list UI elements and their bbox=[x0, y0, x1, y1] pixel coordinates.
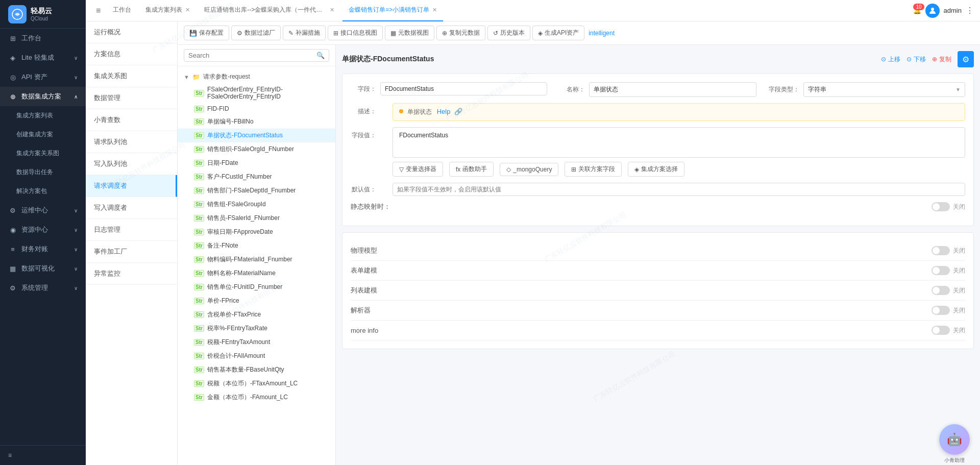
data-filter-button[interactable]: ⚙ 数据过滤厂 bbox=[231, 26, 281, 40]
default-input[interactable] bbox=[393, 183, 965, 196]
copy-button[interactable]: ⊕ 复制 bbox=[932, 55, 951, 64]
tree-item-fmaterial-name[interactable]: Str 物料名称-FMaterialName bbox=[178, 266, 335, 280]
function-helper-button[interactable]: fx 函数助手 bbox=[449, 162, 494, 177]
sidebar-bottom-menu[interactable]: ≡ bbox=[0, 445, 86, 465]
parser-switch[interactable] bbox=[932, 306, 950, 315]
tree-item-fbase-qty[interactable]: Str 销售基本数量-FBaseUnitQty bbox=[178, 363, 335, 377]
sidebar-item-lite[interactable]: ◈ Lite 轻集成 ∨ bbox=[0, 48, 86, 67]
field-value[interactable]: FDocumentStatus bbox=[380, 82, 547, 95]
tree-item-ftax-rate[interactable]: Str 税率%-FEntryTaxRate bbox=[178, 322, 335, 335]
sidebar-item-overview[interactable]: 运行概况 bbox=[86, 21, 177, 43]
copy-data-button[interactable]: ⊕ 复制元数据 bbox=[436, 26, 485, 40]
tree-group-header[interactable]: ▼ 📁 请求参数-request bbox=[178, 70, 335, 83]
close-integration-list-icon[interactable]: ✕ bbox=[185, 7, 190, 13]
tree-item-fsaler[interactable]: Str 销售员-FSalerId_FNumber bbox=[178, 211, 335, 225]
tab-wangdian[interactable]: 旺店通销售出库-->金蝶采购入库（一件代发）_copy ✕ bbox=[198, 0, 340, 21]
name-value[interactable]: 单据状态 bbox=[589, 82, 756, 97]
tab-integration-list[interactable]: 集成方案列表 ✕ bbox=[139, 0, 196, 21]
sidebar-item-workspace[interactable]: ⊞ 工作台 bbox=[0, 29, 86, 48]
sidebar-item-integration-map[interactable]: 集成关系图 bbox=[86, 65, 177, 87]
static-map-switch[interactable] bbox=[932, 202, 950, 211]
sidebar-item-xiaoqing[interactable]: 小青查数 bbox=[86, 109, 177, 131]
tab-workspace[interactable]: 工作台 bbox=[107, 0, 137, 21]
sidebar-item-plan-info[interactable]: 方案信息 bbox=[86, 43, 177, 65]
tree-item-fdate[interactable]: Str 日期-FDate bbox=[178, 156, 335, 170]
sidebar-item-data-mgmt[interactable]: 数据管理 bbox=[86, 87, 177, 109]
move-up-button[interactable]: ⊙ 上移 bbox=[881, 55, 900, 64]
sidebar-item-operations[interactable]: ⚙ 运维中心 ∨ bbox=[0, 201, 86, 220]
sidebar-item-visualization[interactable]: ▦ 数据可视化 ∨ bbox=[0, 259, 86, 278]
supplement-button[interactable]: ✎ 补漏措施 bbox=[283, 26, 326, 40]
sidebar-item-write-queue[interactable]: 写入队列池 bbox=[86, 153, 177, 175]
list-build-toggle[interactable]: 关闭 bbox=[932, 286, 965, 295]
search-input-wrap[interactable]: 🔍 bbox=[184, 49, 329, 62]
ai-assistant-button[interactable]: 🤖 小青助理 bbox=[939, 424, 970, 455]
parser-toggle[interactable]: 关闭 bbox=[932, 306, 965, 315]
tree-item-ftax-price[interactable]: Str 含税单价-FTaxPrice bbox=[178, 308, 335, 322]
mongo-query-button[interactable]: ◇ _mongoQuery bbox=[500, 163, 558, 176]
related-field-button[interactable]: ⊞ 关联方案字段 bbox=[565, 162, 622, 177]
list-build-switch[interactable] bbox=[932, 286, 950, 295]
sidebar-item-solution-package[interactable]: 解决方案包 bbox=[0, 182, 86, 201]
close-jinshu-icon[interactable]: ✕ bbox=[432, 7, 437, 13]
tree-item-ftax-amount[interactable]: Str 税额-FEntryTaxAmount bbox=[178, 335, 335, 349]
tree-item-famount-lc[interactable]: Str 金额（本位币）-FAmount_LC bbox=[178, 390, 335, 404]
tree-item-fdocument-status[interactable]: Str 单据状态-FDocumentStatus bbox=[178, 129, 335, 142]
tree-item-fsale-group[interactable]: Str 销售组-FSaleGroupId bbox=[178, 198, 335, 211]
tree-item-fbill-no[interactable]: Str 单据编号-FBillNo bbox=[178, 115, 335, 129]
close-wangdian-icon[interactable]: ✕ bbox=[330, 7, 334, 13]
physical-model-toggle[interactable]: 关闭 bbox=[932, 246, 965, 255]
tree-item-funit[interactable]: Str 销售单位-FUnitID_Fnumber bbox=[178, 280, 335, 294]
sidebar-item-finance[interactable]: ≡ 财务对账 ∨ bbox=[0, 239, 86, 259]
sidebar-item-exception-monitor[interactable]: 异常监控 bbox=[86, 263, 177, 285]
tab-jinshu[interactable]: 金蝶销售订单=>小满销售订单 ✕ bbox=[342, 0, 443, 21]
integration-select-button[interactable]: ◈ 集成方案选择 bbox=[628, 162, 684, 177]
tree-item-fapprove[interactable]: Str 审核日期-FApproveDate bbox=[178, 225, 335, 239]
move-down-button[interactable]: ⊙ 下移 bbox=[906, 55, 926, 64]
generate-api-button[interactable]: ◈ 生成API资产 bbox=[532, 26, 584, 40]
sidebar-item-resources[interactable]: ◉ 资源中心 ∨ bbox=[0, 220, 86, 239]
tree-item-fsale-entry[interactable]: Str FSaleOrderEntry_FEntryID-FSaleOrderE… bbox=[178, 83, 335, 103]
tree-item-fid[interactable]: Str FID-FID bbox=[178, 103, 335, 115]
more-info-toggle[interactable]: 关闭 bbox=[932, 326, 965, 335]
sidebar-item-request-scheduler[interactable]: 请求调度者 bbox=[86, 175, 177, 197]
search-input[interactable] bbox=[188, 52, 316, 59]
tree-item-fsale-dept[interactable]: Str 销售部门-FSaleDeptId_Fnumber bbox=[178, 184, 335, 198]
desc-link-icon[interactable]: 🔗 bbox=[454, 108, 462, 115]
history-button[interactable]: ↺ 历史版本 bbox=[487, 26, 530, 40]
save-config-button[interactable]: 💾 保存配置 bbox=[184, 26, 229, 40]
table-build-switch[interactable] bbox=[932, 266, 950, 275]
field-value-textarea[interactable]: FDocumentStatus bbox=[393, 127, 965, 158]
sidebar-item-write-scheduler[interactable]: 写入调度者 bbox=[86, 197, 177, 219]
sidebar-item-request-queue[interactable]: 请求队列池 bbox=[86, 131, 177, 153]
variable-selector-button[interactable]: ▽ 变量选择器 bbox=[393, 162, 443, 177]
sidebar-item-integration-map[interactable]: 集成方案关系图 bbox=[0, 144, 86, 163]
menu-toggle-button[interactable]: ≡ bbox=[92, 4, 105, 17]
tree-item-ftax-amount-lc[interactable]: Str 税额（本位币）-FTaxAmount_LC bbox=[178, 377, 335, 390]
static-map-toggle[interactable]: 关闭 bbox=[932, 202, 965, 211]
tree-item-fmaterial-id[interactable]: Str 物料编码-FMaterialId_Fnumber bbox=[178, 253, 335, 266]
sidebar-item-data-integration[interactable]: ⊕ 数据集成方案 ∧ bbox=[0, 87, 86, 106]
sidebar-item-api[interactable]: ◎ API 资产 ∨ bbox=[0, 67, 86, 87]
desc-help-link[interactable]: Help bbox=[437, 108, 451, 115]
tree-item-fcust[interactable]: Str 客户-FCustId_FNumber bbox=[178, 170, 335, 184]
tree-item-fall-amount[interactable]: Str 价税合计-FAllAmount bbox=[178, 349, 335, 363]
interface-info-button[interactable]: ⊞ 接口信息视图 bbox=[328, 26, 383, 40]
tree-item-fprice[interactable]: Str 单价-FPrice bbox=[178, 294, 335, 308]
settings-button[interactable]: ⚙ bbox=[958, 51, 974, 67]
sidebar-item-integration-list[interactable]: 集成方案列表 bbox=[0, 106, 86, 125]
table-build-toggle[interactable]: 关闭 bbox=[932, 266, 965, 275]
intelligent-button[interactable]: intelligent bbox=[589, 30, 615, 37]
sidebar-item-event-factory[interactable]: 事件加工厂 bbox=[86, 241, 177, 263]
more-options-button[interactable]: ⋮ bbox=[966, 6, 974, 15]
sidebar-item-system[interactable]: ⚙ 系统管理 ∨ bbox=[0, 278, 86, 298]
sidebar-item-create-integration[interactable]: 创建集成方案 bbox=[0, 125, 86, 144]
notification-button[interactable]: 🔔 10 bbox=[913, 7, 921, 14]
tree-item-fsale-org[interactable]: Str 销售组织-FSaleOrgId_FNumber bbox=[178, 142, 335, 156]
tree-item-fnote[interactable]: Str 备注-FNote bbox=[178, 239, 335, 253]
sidebar-item-log-mgmt[interactable]: 日志管理 bbox=[86, 219, 177, 241]
type-select[interactable]: 字符串 ▼ bbox=[803, 82, 965, 97]
meta-view-button[interactable]: ▦ 元数据视图 bbox=[385, 26, 434, 40]
more-info-switch[interactable] bbox=[932, 326, 950, 335]
physical-model-switch[interactable] bbox=[932, 246, 950, 255]
